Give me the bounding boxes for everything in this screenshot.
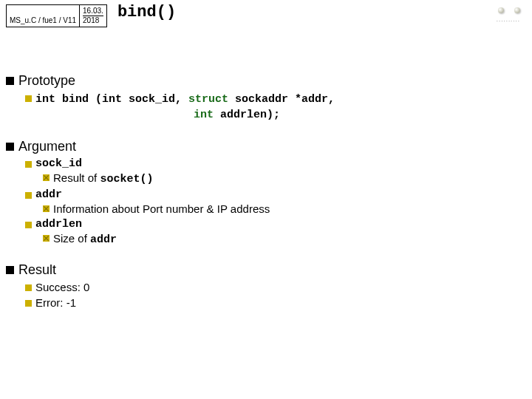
bullet-sub-icon [25,284,32,291]
bullet-square-icon [6,143,14,151]
section-prototype: Prototype int bind (int sock_id, struct … [6,73,520,123]
bullet-sub-icon [25,161,32,168]
proto-part: addrlen); [214,109,280,121]
arg-name: addrlen [35,218,82,231]
arg-desc-text: Size of addr [53,232,117,246]
prototype-lines: int bind (int sock_id, struct sockaddr *… [35,92,335,123]
prototype-code: int bind (int sock_id, struct sockaddr *… [25,92,520,123]
arg-desc-text: Result of socket() [53,171,153,185]
code-text: socket() [100,173,153,185]
header: MS_u.C / fue1 / V11 16.03. 2018 bind() [0,0,532,27]
result-text: Success: 0 [35,281,89,293]
date-top: 16.03. [83,7,103,16]
heading-prototype: Prototype [6,73,520,89]
content: Prototype int bind (int sock_id, struct … [0,73,532,309]
result-item: Success: 0 [25,281,520,293]
proto-part: sockaddr *addr, [228,93,335,106]
dot-icon [514,7,520,13]
date-cell: 16.03. 2018 [80,5,106,27]
section-argument: Argument sock_id Result of socket() addr… [6,139,520,246]
arg-desc: Information about Port number & IP addre… [43,202,520,215]
heading-result: Result [6,262,520,278]
meta-box: MS_u.C / fue1 / V11 16.03. 2018 [6,4,107,27]
bullet-x-icon [43,174,50,181]
bullet-sub-icon [25,222,32,228]
proto-keyword: struct [188,93,228,106]
result-item: Error: -1 [25,296,520,309]
bullet-sub-icon [25,192,32,199]
arg-name: sock_id [35,157,82,170]
arg-desc-text: Information about Port number & IP addre… [53,202,270,215]
course-code: MS_u.C / fue1 / V11 [7,5,80,27]
arg-name: addr [35,188,62,201]
arg-desc: Size of addr [43,232,520,246]
section-result: Result Success: 0 Error: -1 [6,262,520,309]
bullet-square-icon [6,266,14,274]
heading-text: Result [18,262,56,278]
text: Size of [53,232,90,245]
bullet-square-icon [6,77,14,85]
dash-line: ·········· [497,18,520,24]
heading-argument: Argument [6,139,520,154]
page-title: bind() [117,3,176,21]
bullet-sub-icon [25,300,32,307]
bullet-sub-icon [25,95,32,102]
proto-part: int bind (int sock_id, [35,93,188,106]
proto-keyword: int [194,109,214,121]
date-bottom: 2018 [83,16,103,25]
result-text: Error: -1 [35,296,76,309]
text: Result of [53,171,100,184]
code-text: addr [90,233,117,246]
arg-desc: Result of socket() [43,171,520,185]
arg-item: addr [25,188,520,201]
dot-icon [498,7,504,13]
bullet-x-icon [43,235,50,242]
arg-item: sock_id [25,157,520,170]
heading-text: Argument [18,139,76,154]
decorative-dots: ·········· [497,7,520,24]
heading-text: Prototype [18,73,75,89]
bullet-x-icon [43,205,50,212]
arg-item: addrlen [25,218,520,231]
